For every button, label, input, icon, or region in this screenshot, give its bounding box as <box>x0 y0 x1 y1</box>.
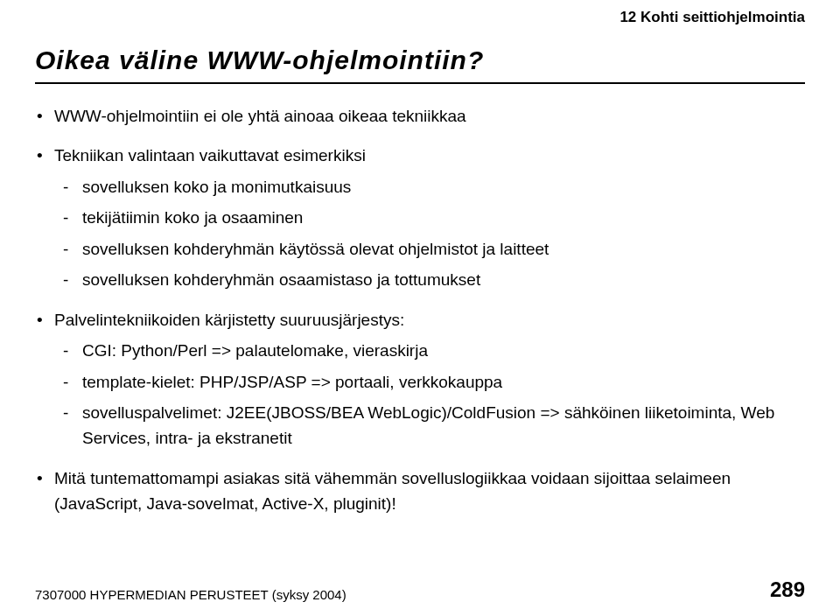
page-title: Oikea väline WWW-ohjelmointiin? <box>35 46 805 75</box>
sub-item: - sovelluksen koko ja monimutkaisuus <box>63 174 805 200</box>
title-rule <box>35 82 805 84</box>
sub-text: CGI: Python/Perl => palautelomake, viera… <box>82 338 805 363</box>
bullet-dot: • <box>35 103 54 129</box>
sub-dash: - <box>63 267 82 292</box>
content-area: • WWW-ohjelmointiin ei ole yhtä ainoaa o… <box>35 103 805 517</box>
sub-text: sovelluksen kohderyhmän käytössä olevat … <box>82 236 805 262</box>
bullet-text: WWW-ohjelmointiin ei ole yhtä ainoaa oik… <box>54 103 805 129</box>
bullet-dot: • <box>35 143 54 168</box>
chapter-header: 12 Kohti seittiohjelmointia <box>620 9 805 26</box>
bullet-dot: • <box>35 466 54 517</box>
bullet-item: • Tekniikan valintaan vaikuttavat esimer… <box>35 143 805 168</box>
bullet-item: • WWW-ohjelmointiin ei ole yhtä ainoaa o… <box>35 103 805 129</box>
footer: 7307000 HYPERMEDIAN PERUSTEET (syksy 200… <box>35 578 805 602</box>
bullet-item: • Mitä tuntemattomampi asiakas sitä vähe… <box>35 466 805 517</box>
sub-dash: - <box>63 338 82 363</box>
sub-item: - sovelluksen kohderyhmän osaamistaso ja… <box>63 267 805 292</box>
sub-text: tekijätiimin koko ja osaaminen <box>82 205 805 230</box>
bullet-dot: • <box>35 307 54 332</box>
sub-text: template-kielet: PHP/JSP/ASP => portaali… <box>82 369 805 395</box>
page-number: 289 <box>770 578 805 602</box>
sub-text: sovelluksen koko ja monimutkaisuus <box>82 174 805 200</box>
sub-item: - sovelluspalvelimet: J2EE(JBOSS/BEA Web… <box>63 400 805 452</box>
sub-item: - sovelluksen kohderyhmän käytössä oleva… <box>63 236 805 262</box>
sub-item: - CGI: Python/Perl => palautelomake, vie… <box>63 338 805 363</box>
footer-course-code: 7307000 HYPERMEDIAN PERUSTEET (syksy 200… <box>35 587 346 602</box>
sub-item: - tekijätiimin koko ja osaaminen <box>63 205 805 230</box>
bullet-text: Palvelintekniikoiden kärjistetty suuruus… <box>54 307 805 332</box>
sub-dash: - <box>63 400 82 452</box>
sub-text: sovelluksen kohderyhmän osaamistaso ja t… <box>82 267 805 292</box>
sub-dash: - <box>63 236 82 262</box>
sub-dash: - <box>63 205 82 230</box>
bullet-text: Mitä tuntemattomampi asiakas sitä vähemm… <box>54 466 805 517</box>
sub-text: sovelluspalvelimet: J2EE(JBOSS/BEA WebLo… <box>82 400 805 452</box>
bullet-item: • Palvelintekniikoiden kärjistetty suuru… <box>35 307 805 332</box>
sub-dash: - <box>63 369 82 395</box>
sub-dash: - <box>63 174 82 200</box>
bullet-text: Tekniikan valintaan vaikuttavat esimerki… <box>54 143 805 168</box>
sub-item: - template-kielet: PHP/JSP/ASP => portaa… <box>63 369 805 395</box>
